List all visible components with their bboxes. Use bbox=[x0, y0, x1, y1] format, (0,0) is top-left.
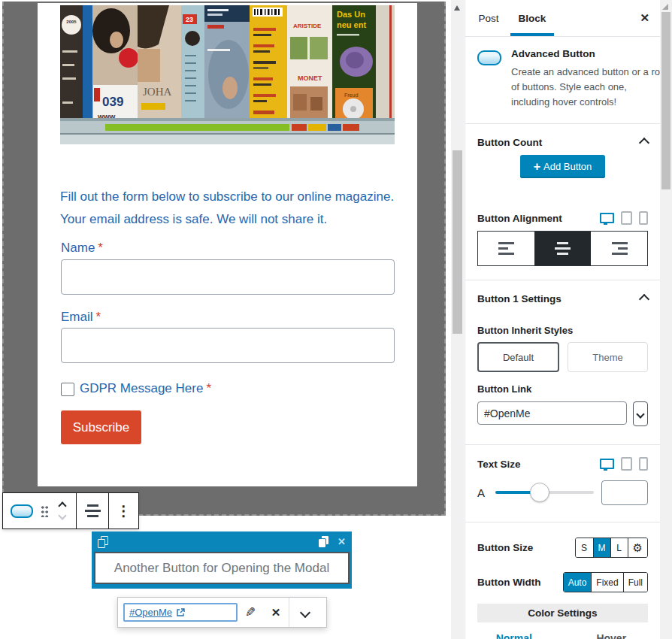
svg-text:ARISTIDE: ARISTIDE bbox=[293, 23, 322, 29]
remove-link-button[interactable]: ✕ bbox=[263, 598, 289, 627]
inherit-styles-control: Default Theme bbox=[477, 342, 648, 372]
subscribe-button[interactable]: Subscribe bbox=[61, 410, 141, 444]
align-center-icon[interactable] bbox=[84, 504, 101, 517]
move-down-icon[interactable] bbox=[58, 511, 66, 519]
phone-icon[interactable] bbox=[639, 211, 648, 225]
remove-block-icon[interactable]: ✕ bbox=[338, 537, 346, 547]
tab-post[interactable]: Post bbox=[467, 0, 510, 36]
phone-icon[interactable] bbox=[639, 457, 648, 471]
button-size-label: Button Size bbox=[477, 542, 533, 553]
button-size-control: S M L ⚙ bbox=[575, 538, 648, 558]
panel-button1-settings: Button 1 Settings Button Inherit Styles … bbox=[465, 280, 660, 445]
sidebar-tabs: Post Block ✕ bbox=[465, 0, 660, 37]
email-field-label: Email* bbox=[61, 310, 101, 325]
copy-icon[interactable] bbox=[319, 536, 328, 547]
width-fixed-button[interactable]: Fixed bbox=[591, 573, 622, 592]
required-asterisk: * bbox=[206, 381, 211, 395]
style-default-button[interactable]: Default bbox=[477, 342, 559, 372]
email-input[interactable] bbox=[61, 328, 395, 363]
move-up-icon[interactable] bbox=[58, 501, 66, 510]
chevron-down-icon bbox=[300, 607, 310, 617]
link-url-text[interactable]: #OpenMe bbox=[129, 607, 172, 618]
tablet-icon[interactable] bbox=[621, 211, 632, 225]
gdpr-label: GDPR Message Here* bbox=[80, 381, 211, 396]
link-settings-expander[interactable] bbox=[289, 598, 321, 627]
editor-scrollbar-thumb[interactable] bbox=[453, 150, 462, 334]
advanced-button-preview[interactable]: Another Button for Opening the Modal bbox=[94, 552, 350, 584]
width-auto-button[interactable]: Auto bbox=[564, 573, 592, 592]
color-settings-header[interactable]: Color Settings bbox=[477, 604, 648, 622]
link-url-field[interactable]: #OpenMe bbox=[123, 603, 238, 622]
text-size-slider[interactable] bbox=[495, 482, 594, 503]
duplicate-outline-icon[interactable] bbox=[98, 536, 108, 548]
block-mover bbox=[56, 501, 68, 520]
link-popover: #OpenMe ✎ ✕ bbox=[117, 597, 327, 628]
drag-handle-icon[interactable] bbox=[41, 504, 49, 517]
scroll-up-arrow-icon[interactable] bbox=[454, 5, 460, 11]
text-size-label: Text Size bbox=[477, 459, 521, 470]
subscribe-intro-text[interactable]: Fill out the form below to subscribe to … bbox=[60, 186, 402, 231]
scroll-grip-icon bbox=[662, 4, 668, 10]
panel-size-width-colors: Button Size S M L ⚙ Button Width Auto Fi… bbox=[465, 538, 660, 639]
svg-text:23: 23 bbox=[186, 16, 193, 23]
advanced-button-block-icon bbox=[477, 50, 501, 65]
size-l-button[interactable]: L bbox=[610, 538, 628, 557]
wordpress-block-editor: 2005 039 www JOHA bbox=[0, 0, 672, 639]
modal-overlay-block[interactable]: 2005 039 www JOHA bbox=[2, 2, 446, 516]
align-left-icon bbox=[498, 242, 515, 255]
magazine-rack-photo[interactable]: 2005 039 www JOHA bbox=[60, 5, 395, 144]
required-asterisk: * bbox=[96, 310, 101, 324]
style-theme-button[interactable]: Theme bbox=[568, 342, 648, 372]
button-link-label: Button Link bbox=[477, 383, 648, 395]
desktop-icon[interactable] bbox=[600, 213, 614, 223]
edit-link-button[interactable]: ✎ bbox=[238, 598, 263, 627]
remove-link-icon: ✕ bbox=[271, 606, 281, 619]
button-width-label: Button Width bbox=[477, 577, 541, 588]
link-options-dropdown[interactable] bbox=[633, 401, 648, 426]
settings-sidebar: Post Block ✕ Advanced Button Create an a… bbox=[465, 0, 660, 639]
inherit-styles-label: Button Inherit Styles bbox=[477, 325, 648, 336]
more-options-icon[interactable]: ⋮ bbox=[117, 504, 131, 518]
button-alignment-label: Button Alignment bbox=[477, 213, 562, 224]
collapse-chevron-icon[interactable] bbox=[639, 294, 649, 304]
block-toolbar-group-main bbox=[3, 493, 76, 528]
align-center-button[interactable] bbox=[534, 232, 591, 265]
button-block-icon[interactable] bbox=[11, 504, 33, 518]
name-input[interactable] bbox=[61, 259, 395, 295]
slider-thumb[interactable] bbox=[530, 483, 549, 502]
size-custom-button[interactable]: ⚙ bbox=[628, 538, 647, 557]
block-title: Advanced Button bbox=[511, 48, 667, 59]
name-field-label: Name* bbox=[61, 241, 103, 256]
gdpr-checkbox[interactable] bbox=[61, 383, 74, 396]
tablet-icon[interactable] bbox=[621, 457, 632, 471]
add-button-button[interactable]: + Add Button bbox=[520, 155, 606, 178]
window-scrollbar[interactable] bbox=[660, 0, 672, 639]
block-toolbar-group-align bbox=[76, 493, 108, 528]
align-left-button[interactable] bbox=[478, 232, 534, 265]
plus-icon: + bbox=[534, 162, 540, 172]
required-asterisk: * bbox=[98, 241, 103, 255]
close-sidebar-icon[interactable]: ✕ bbox=[640, 11, 649, 25]
block-toolbar-group-more: ⋮ bbox=[108, 493, 138, 528]
block-description: Create an advanced button or a row of bu… bbox=[511, 65, 667, 110]
align-right-icon bbox=[611, 242, 628, 255]
text-size-value-input[interactable] bbox=[601, 480, 648, 505]
width-full-button[interactable]: Full bbox=[623, 573, 647, 592]
align-right-button[interactable] bbox=[591, 232, 647, 265]
tab-hover[interactable]: Hover bbox=[563, 632, 661, 639]
button-count-header[interactable]: Button Count bbox=[465, 124, 660, 148]
button1-settings-header[interactable]: Button 1 Settings bbox=[465, 280, 660, 304]
tab-block[interactable]: Block bbox=[510, 0, 554, 36]
state-tabs: Normal Hover bbox=[465, 632, 660, 639]
button-count-title: Button Count bbox=[477, 137, 542, 148]
window-scrollbar-thumb[interactable] bbox=[661, 12, 670, 189]
desktop-icon[interactable] bbox=[600, 459, 614, 469]
editor-scrollbar[interactable] bbox=[451, 0, 464, 639]
collapse-chevron-icon[interactable] bbox=[639, 138, 649, 148]
button-link-input[interactable] bbox=[477, 401, 627, 425]
selected-button-block[interactable]: ✕ Another Button for Opening the Modal bbox=[92, 531, 352, 589]
size-s-button[interactable]: S bbox=[576, 538, 593, 557]
tab-normal[interactable]: Normal bbox=[465, 632, 563, 639]
svg-text:2005: 2005 bbox=[66, 20, 77, 24]
size-m-button[interactable]: M bbox=[593, 538, 610, 557]
